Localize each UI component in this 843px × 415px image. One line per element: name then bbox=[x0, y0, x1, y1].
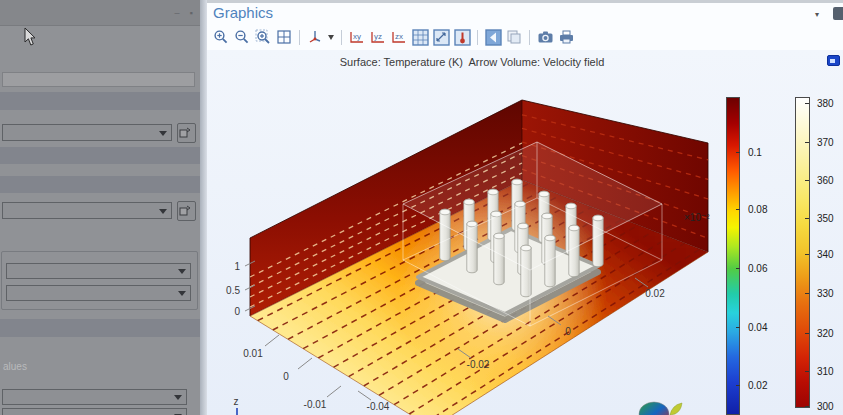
svg-text:xy: xy bbox=[353, 32, 361, 41]
svg-text:-0.04: -0.04 bbox=[367, 401, 390, 412]
panel-dropdown-1[interactable] bbox=[2, 124, 172, 141]
copy-image-icon[interactable] bbox=[505, 28, 523, 46]
image-snapshot-icon[interactable] bbox=[536, 28, 554, 46]
svg-text:yz: yz bbox=[374, 32, 382, 41]
colorbar-tick-label: 370 bbox=[817, 137, 834, 148]
scene-light-icon[interactable] bbox=[432, 28, 450, 46]
colorbar-tick-mark bbox=[805, 218, 809, 219]
panel-dropdown-5[interactable] bbox=[2, 389, 187, 405]
zoom-extents-icon[interactable] bbox=[254, 28, 272, 46]
chevron-down-icon bbox=[178, 291, 186, 296]
comsol-window: – ▪ alues Graphics ▾ bbox=[0, 0, 843, 415]
colorbar-tick-label: 0.08 bbox=[748, 204, 767, 215]
table-arrow-icon bbox=[179, 204, 192, 217]
colorbar-tick-label: 340 bbox=[817, 249, 834, 260]
colorbar-tick-mark bbox=[805, 254, 809, 255]
colorbar-tick-label: 0.06 bbox=[748, 263, 767, 274]
panel-label-field[interactable] bbox=[2, 72, 195, 87]
color-legend-icon[interactable] bbox=[453, 28, 471, 46]
velocity-colorbar bbox=[726, 97, 740, 415]
colorbar-tick-mark bbox=[736, 209, 740, 210]
svg-text:0: 0 bbox=[565, 326, 571, 337]
panel-section-header[interactable] bbox=[0, 319, 200, 337]
transparency-icon[interactable] bbox=[484, 28, 502, 46]
chevron-down-icon bbox=[159, 131, 167, 136]
colorbar-tick-label: 310 bbox=[817, 366, 834, 377]
panel-partial-label: alues bbox=[3, 361, 27, 372]
toolbar-separator bbox=[529, 30, 530, 45]
svg-text:0: 0 bbox=[234, 306, 240, 317]
colorbar-tick-label: 0.04 bbox=[748, 322, 767, 333]
plot-corner-button[interactable] bbox=[827, 55, 840, 66]
colorbar-tick-label: 350 bbox=[817, 213, 834, 224]
panel-splitter[interactable] bbox=[200, 0, 207, 415]
panel-go-to-source-button[interactable] bbox=[177, 123, 196, 143]
zoom-in-icon[interactable] bbox=[212, 28, 230, 46]
toolbar-separator bbox=[299, 30, 300, 45]
svg-text:0.5: 0.5 bbox=[226, 285, 240, 296]
colorbar-tick-label: 380 bbox=[817, 98, 834, 109]
view-zx-icon[interactable]: zx bbox=[390, 28, 408, 46]
svg-text:z: z bbox=[234, 396, 239, 407]
colorbar-tick-mark bbox=[736, 268, 740, 269]
view-xy-icon[interactable]: xy bbox=[348, 28, 366, 46]
svg-text:1: 1 bbox=[234, 261, 240, 272]
colorbar-tick-mark bbox=[805, 103, 809, 104]
colorbar-tick-label: 360 bbox=[817, 175, 834, 186]
colorbar-tick-label: 320 bbox=[817, 328, 834, 339]
panel-dropdown-4[interactable] bbox=[6, 285, 191, 301]
panel-section-header[interactable] bbox=[0, 147, 200, 164]
show-grid-icon[interactable] bbox=[411, 28, 429, 46]
colorbar-tick-mark bbox=[805, 371, 809, 372]
svg-text:-0.02: -0.02 bbox=[467, 359, 490, 370]
panel-dropdown-2[interactable] bbox=[2, 202, 172, 219]
graphics-window: Graphics ▾ xy yz zx Surfac bbox=[207, 0, 843, 415]
table-arrow-icon bbox=[179, 126, 192, 139]
panel-go-to-source-button-2[interactable] bbox=[177, 201, 196, 221]
colorbar-tick-mark bbox=[805, 180, 809, 181]
chevron-down-icon[interactable] bbox=[327, 28, 335, 46]
default-3d-view-icon[interactable] bbox=[306, 28, 324, 46]
velocity-colorbar-multiplier: ×10⁻² bbox=[684, 212, 710, 223]
svg-text:0.01: 0.01 bbox=[243, 348, 263, 359]
colorbar-tick-label: 330 bbox=[817, 288, 834, 299]
panel-section-header[interactable] bbox=[0, 92, 200, 110]
colorbar-tick-label: 300 bbox=[817, 401, 834, 412]
graphics-window-title: Graphics bbox=[213, 4, 273, 21]
colorbar-tick-mark bbox=[805, 406, 809, 407]
window-control-icon[interactable] bbox=[833, 7, 843, 20]
svg-text:0: 0 bbox=[283, 371, 289, 382]
panel-dropdown-6[interactable] bbox=[2, 408, 187, 415]
chevron-down-icon[interactable]: ▾ bbox=[815, 10, 819, 19]
colorbar-tick-mark bbox=[805, 142, 809, 143]
settings-panel: – ▪ alues bbox=[0, 0, 200, 415]
mouse-cursor bbox=[24, 28, 38, 47]
panel-collapse-icon[interactable]: – bbox=[172, 8, 182, 18]
toolbar-separator bbox=[341, 30, 342, 45]
colorbar-tick-mark bbox=[805, 293, 809, 294]
view-yz-icon[interactable]: yz bbox=[369, 28, 387, 46]
heat-sink-3d-scene: 10.500.010-0.010.020-0.02-0.04 z bbox=[207, 50, 843, 415]
zoom-out-icon[interactable] bbox=[233, 28, 251, 46]
zoom-box-icon[interactable] bbox=[275, 28, 293, 46]
panel-section-header[interactable] bbox=[0, 176, 200, 193]
graphics-toolbar: xy yz zx bbox=[212, 27, 575, 47]
toolbar-separator bbox=[477, 30, 478, 45]
panel-dropdown-3[interactable] bbox=[6, 263, 191, 279]
settings-panel-toolbar bbox=[0, 0, 200, 26]
print-icon[interactable] bbox=[557, 28, 575, 46]
plot-canvas-3d[interactable]: Surface: Temperature (K) Arrow Volume: V… bbox=[207, 50, 843, 415]
window-top-edge bbox=[207, 0, 843, 3]
colorbar-tick-label: 0.02 bbox=[748, 380, 767, 391]
chevron-down-icon bbox=[178, 269, 186, 274]
chevron-down-icon bbox=[159, 209, 167, 214]
panel-group-box bbox=[1, 251, 198, 310]
panel-menu-icon[interactable]: ▪ bbox=[186, 8, 196, 18]
chevron-down-icon bbox=[174, 395, 182, 400]
temperature-colorbar bbox=[795, 97, 810, 408]
colorbar-tick-mark bbox=[805, 333, 809, 334]
colorbar-tick-mark bbox=[736, 152, 740, 153]
colorbar-tick-mark bbox=[736, 385, 740, 386]
colorbar-tick-label: 0.1 bbox=[748, 147, 762, 158]
svg-text:zx: zx bbox=[395, 32, 403, 41]
